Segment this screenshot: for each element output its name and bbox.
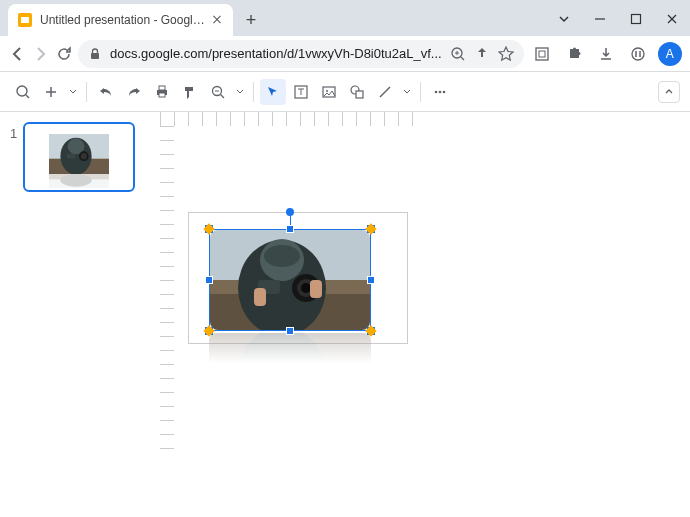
extension-icon[interactable] xyxy=(530,42,554,66)
chevron-down-icon[interactable] xyxy=(546,4,582,34)
svg-line-34 xyxy=(380,87,390,97)
svg-rect-22 xyxy=(159,86,165,90)
puzzle-icon[interactable] xyxy=(562,42,586,66)
new-slide-dropdown[interactable] xyxy=(66,79,80,105)
thumbnail-photo xyxy=(49,134,109,174)
selected-image[interactable] xyxy=(209,229,371,331)
url-text: docs.google.com/presentation/d/1vwxyVh-D… xyxy=(110,46,442,61)
redo-button[interactable] xyxy=(121,79,147,105)
image-tool[interactable] xyxy=(316,79,342,105)
filmstrip: 1 xyxy=(0,112,160,517)
slides-favicon-icon xyxy=(18,13,32,27)
svg-rect-62 xyxy=(310,280,322,298)
minimize-button[interactable] xyxy=(582,4,618,34)
search-menu-button[interactable] xyxy=(10,79,36,105)
profile-avatar[interactable]: A xyxy=(658,42,682,66)
svg-point-31 xyxy=(326,90,328,92)
address-bar[interactable]: docs.google.com/presentation/d/1vwxyVh-D… xyxy=(78,40,524,68)
paint-format-button[interactable] xyxy=(177,79,203,105)
back-button[interactable] xyxy=(8,41,26,67)
resize-handle[interactable] xyxy=(286,327,294,335)
svg-line-25 xyxy=(221,94,225,98)
collapse-toolbar-button[interactable] xyxy=(658,81,680,103)
svg-rect-49 xyxy=(209,333,371,363)
svg-point-35 xyxy=(435,90,438,93)
rotate-handle[interactable] xyxy=(286,208,294,216)
bookmark-star-icon[interactable] xyxy=(498,46,514,62)
select-tool[interactable] xyxy=(260,79,286,105)
zoom-icon[interactable] xyxy=(450,46,466,62)
lock-icon xyxy=(88,47,102,61)
slide-page[interactable] xyxy=(188,212,408,344)
svg-point-59 xyxy=(301,283,311,293)
textbox-tool[interactable] xyxy=(288,79,314,105)
svg-rect-4 xyxy=(91,53,99,59)
svg-point-11 xyxy=(632,48,644,60)
download-icon[interactable] xyxy=(594,42,618,66)
svg-rect-10 xyxy=(539,51,545,57)
shape-tool[interactable] xyxy=(344,79,370,105)
new-tab-button[interactable]: + xyxy=(237,6,265,34)
svg-rect-33 xyxy=(356,91,363,98)
resize-handle[interactable] xyxy=(286,225,294,233)
new-slide-button[interactable] xyxy=(38,79,64,105)
svg-line-6 xyxy=(461,57,464,60)
share-icon[interactable] xyxy=(474,46,490,62)
slide-photo xyxy=(210,230,370,330)
image-reflection xyxy=(209,333,371,363)
more-button[interactable] xyxy=(427,79,453,105)
svg-rect-9 xyxy=(536,48,548,60)
print-button[interactable] xyxy=(149,79,175,105)
slide-number: 1 xyxy=(10,122,17,517)
svg-line-18 xyxy=(26,95,29,98)
svg-point-37 xyxy=(443,90,446,93)
forward-button[interactable] xyxy=(32,41,50,67)
svg-point-17 xyxy=(17,86,27,96)
horizontal-ruler xyxy=(160,112,690,126)
zoom-dropdown[interactable] xyxy=(233,79,247,105)
zoom-button[interactable] xyxy=(205,79,231,105)
svg-rect-23 xyxy=(159,93,165,97)
svg-point-47 xyxy=(61,174,92,187)
resize-handle[interactable] xyxy=(205,276,213,284)
maximize-button[interactable] xyxy=(618,4,654,34)
line-tool[interactable] xyxy=(372,79,398,105)
line-dropdown[interactable] xyxy=(400,79,414,105)
svg-point-56 xyxy=(264,245,300,267)
svg-point-50 xyxy=(237,333,326,363)
svg-rect-44 xyxy=(67,154,75,159)
svg-rect-1 xyxy=(632,15,641,24)
vertical-ruler xyxy=(160,126,174,517)
slide-canvas[interactable] xyxy=(160,112,690,517)
resize-handle[interactable] xyxy=(367,276,375,284)
undo-button[interactable] xyxy=(93,79,119,105)
close-window-button[interactable] xyxy=(654,4,690,34)
browser-tab[interactable]: Untitled presentation - Google Slides xyxy=(8,4,233,36)
svg-rect-61 xyxy=(254,288,266,306)
slide-thumbnail[interactable] xyxy=(23,122,135,192)
tab-title: Untitled presentation - Google Slides xyxy=(40,13,207,27)
pause-icon[interactable] xyxy=(626,42,650,66)
close-tab-button[interactable] xyxy=(211,14,223,26)
svg-point-36 xyxy=(439,90,442,93)
reload-button[interactable] xyxy=(56,41,72,67)
svg-point-43 xyxy=(81,153,87,159)
